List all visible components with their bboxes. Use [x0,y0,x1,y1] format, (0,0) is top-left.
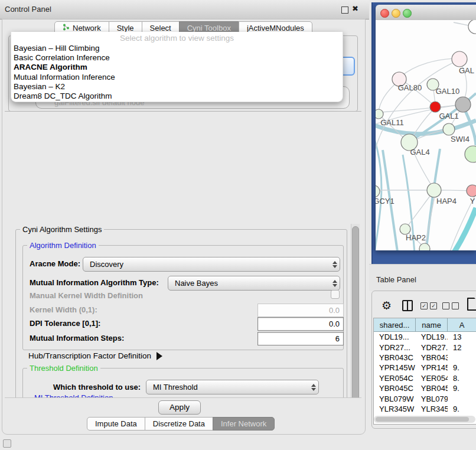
zoom-traffic-light-icon[interactable] [403,9,412,18]
algorithm-definition-title: Algorithm Definition [27,241,99,250]
algorithm-option[interactable]: Mutual Information Inference [14,73,340,82]
column-header[interactable]: shared... [374,318,416,331]
network-node[interactable] [452,51,467,67]
mi-type-label: Mutual Information Algorithm Type: [30,278,159,287]
table-cell: YDL19... [374,332,416,341]
network-edge [425,194,435,246]
threshold-definition-title: Threshold Definition [27,364,100,373]
algorithm-dropdown-list: Bayesian – Hill ClimbingBasic Correlatio… [14,44,340,101]
network-node-label: GAL [459,66,474,75]
algorithm-option[interactable]: Bayesian – Hill Climbing [14,44,340,53]
tab-label: Discretize Data [153,417,205,431]
table-row[interactable]: YDR27...YDR27...12 [374,342,476,352]
unchecked-checkbox-icon[interactable] [452,302,459,309]
algorithm-option[interactable]: Dream8 DC_TDC Algorithm [14,92,340,101]
algorithm-dropdown-popup: Select algorithm to view settings Bayesi… [11,32,343,102]
network-node-label: HAP2 [406,233,426,242]
mi-steps-field[interactable]: 6 [257,332,344,345]
aracne-mode-label: Aracne Mode: [30,259,80,268]
tab-impute-data[interactable]: Impute Data [87,417,145,431]
table-cell: 9. [448,363,476,372]
network-window-titlebar[interactable] [376,5,476,21]
node-table: shared...nameA YDL19...YDL19...13YDR27..… [373,318,476,425]
table-cell: 9. [448,384,476,393]
network-node-label: Y [470,197,475,206]
which-threshold-select[interactable]: MI Threshold [146,380,319,394]
close-icon[interactable]: ✖ [352,4,358,13]
network-node[interactable] [468,20,476,34]
network-node-label: GAL4 [410,148,429,156]
minimize-traffic-light-icon[interactable] [392,9,400,18]
network-node[interactable] [467,185,476,197]
stepper-icon [330,261,340,268]
float-window-icon[interactable] [341,6,348,14]
network-node-label: SWI4 [451,135,470,144]
document-icon[interactable] [467,298,476,311]
table-cell: YBR043C [416,353,448,362]
network-node-label: GAL1 [439,112,458,120]
algorithm-option[interactable]: Basic Correlation Inference [14,53,340,63]
manual-kernel-checkbox[interactable] [331,290,340,299]
network-node[interactable] [465,146,476,162]
network-node[interactable] [455,97,471,112]
which-threshold-label: Which threshold to use: [53,383,141,392]
algorithm-option[interactable]: ARACNE Algorithm [14,63,340,72]
table-row[interactable]: YLR345WYLR345W9. [374,404,476,414]
network-node[interactable] [376,185,380,197]
table-cell: 12 [448,343,476,352]
checked-checkbox-icon[interactable]: ✓ [430,302,437,309]
network-canvas[interactable]: GALGAL80GAL10GAL11GAL1SWI4GAL4GCY1HAP4YH… [376,20,476,250]
network-node[interactable] [443,123,455,135]
table-cell: 9. [448,405,476,413]
table-row[interactable]: YBR045CYBR045C9. [374,383,476,393]
control-panel-titlebar [0,0,369,19]
close-traffic-light-icon[interactable] [380,9,389,18]
cyni-settings-group-title: Cyni Algorithm Settings [20,225,104,234]
algorithm-option[interactable]: Bayesian – K2 [14,82,340,92]
table-row[interactable]: YPR145WYPR145W9. [374,363,476,373]
column-header[interactable]: A [448,318,476,331]
mi-steps-label: Mutual Information Steps: [30,334,124,343]
collapsed-panel-icon[interactable] [3,439,11,448]
tab-infer-network[interactable]: Infer Network [213,417,275,431]
table-cell: 13 [448,332,476,341]
table-horizontal-scrollbar-thumb[interactable] [376,417,469,422]
aracne-mode-select[interactable]: Discovery [83,257,340,272]
mi-type-select[interactable]: Naive Bayes [168,276,340,291]
hub-definition-expander[interactable]: Hub/Transcription Factor Definition [28,351,162,360]
network-node-label: GCY1 [376,197,395,206]
split-columns-icon[interactable] [402,300,413,311]
network-edge [400,58,455,77]
table-row[interactable]: YBR043CYBR043C [374,353,476,363]
control-panel-title: Control Panel [5,5,51,14]
expand-arrow-icon [157,352,162,360]
table-cell: YDR27... [374,343,416,352]
apply-button[interactable]: Apply [158,400,201,415]
settings-gear-icon[interactable]: ⚙ [382,299,392,312]
network-node[interactable] [430,102,441,112]
kernel-width-label: Kernel Width (0,1): [30,305,97,314]
network-edge [438,190,470,191]
table-row[interactable]: YBL079WYBL079W [374,393,476,403]
table-row[interactable]: YER054CYER054C8. [374,373,476,383]
network-node-label: GAL10 [436,87,459,96]
network-node[interactable] [419,243,430,250]
dpi-tolerance-field[interactable]: 0.0 [257,317,344,331]
table-cell: YER054C [374,374,416,383]
network-node[interactable] [427,183,441,197]
table-cell: YPR145W [416,363,448,372]
column-header[interactable]: name [416,318,448,331]
unchecked-checkbox-icon[interactable] [442,302,449,309]
table-cell: YPR145W [374,363,416,372]
checked-checkbox-icon[interactable]: ✓ [420,302,428,309]
network-node[interactable] [376,109,383,119]
mi-threshold-group-title: MI Threshold Definition [32,393,115,398]
settings-vertical-scrollbar-thumb[interactable] [352,226,359,398]
table-cell: YDR27... [416,343,448,352]
table-cell: YBR043C [374,353,416,362]
stepper-icon [330,280,340,287]
table-cell: YBR045C [374,384,416,393]
kernel-width-field[interactable]: 0.0 [257,304,344,317]
tab-discretize-data[interactable]: Discretize Data [145,417,213,431]
table-row[interactable]: YDL19...YDL19...13 [374,332,476,342]
